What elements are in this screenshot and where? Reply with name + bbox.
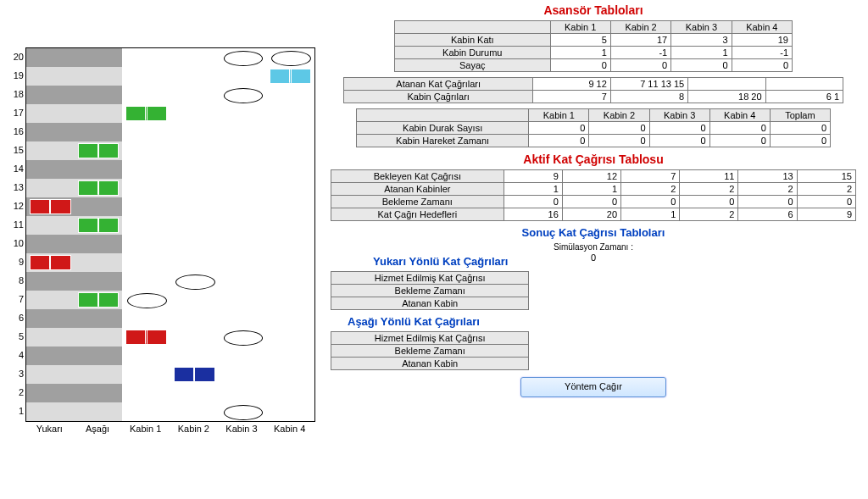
t2-cell-1-0: 7 — [533, 91, 610, 103]
t4-cell-0-3: 11 — [680, 170, 738, 183]
y-tick-13: 13 — [14, 182, 24, 192]
t2-rowlbl-0: Atanan Kat Çağrıları — [344, 78, 533, 91]
x-tick-5: Kabin 4 — [274, 424, 305, 434]
t2-cell-1-2: 18 20 — [688, 91, 765, 103]
t3-head-0 — [357, 109, 529, 122]
t1-cell-0-3: 19 — [732, 34, 792, 47]
t3-head-5: Toplam — [770, 109, 830, 122]
y-tick-5: 5 — [19, 331, 24, 341]
y-tick-6: 6 — [19, 313, 24, 323]
t4-cell-3-3: 2 — [680, 208, 738, 221]
t4-cell-3-2: 1 — [621, 208, 680, 221]
t4-cell-2-3: 0 — [680, 196, 738, 208]
elevator-grid-chart — [25, 47, 315, 422]
y-tick-18: 18 — [14, 89, 24, 99]
t4-cell-2-0: 0 — [504, 196, 562, 208]
t5-blank-2 — [529, 297, 856, 310]
t1-cell-0-1: 17 — [610, 34, 670, 47]
t5-rowlbl-0: Hizmet Edilmiş Kat Çağrısı — [331, 272, 529, 285]
t2-cell-0-1: 7 11 13 15 — [610, 78, 687, 91]
t2-cell-0-3 — [765, 78, 843, 91]
t4-rowlbl-1: Atanan Kabinler — [331, 183, 504, 196]
t6-rowlbl-1: Bekleme Zamanı — [331, 345, 529, 358]
t6-rowlbl-0: Hizmet Edilmiş Kat Çağrısı — [331, 332, 529, 345]
y-tick-17: 17 — [14, 108, 24, 118]
y-tick-20: 20 — [14, 52, 24, 62]
y-tick-2: 2 — [19, 387, 24, 397]
t1-cell-0-2: 3 — [671, 34, 732, 47]
t4-cell-1-1: 1 — [562, 183, 620, 196]
envelope-Aşağı-f11 — [78, 218, 120, 233]
x-tick-2: Kabin 1 — [130, 424, 161, 434]
t1-cell-0-0: 5 — [550, 34, 610, 47]
y-tick-3: 3 — [19, 369, 24, 379]
t3-cell-1-2: 0 — [649, 135, 709, 147]
t1-rowlbl-0: Kabin Katı — [395, 34, 551, 47]
y-axis-labels: 2019181716151413121110987654321 — [5, 47, 24, 420]
kabin-table: Kabin 1Kabin 2Kabin 3Kabin 4Kabin Katı51… — [394, 20, 793, 72]
t4-cell-0-0: 9 — [504, 170, 562, 183]
t5-blank-0 — [529, 272, 856, 285]
envelope-Yukarı-f12 — [30, 199, 71, 214]
sonuc-title: Sonuç Kat Çağrısı Tabloları — [322, 226, 865, 239]
yontem-cagir-button[interactable]: Yöntem Çağır — [520, 377, 666, 397]
t4-cell-0-4: 13 — [738, 170, 797, 183]
t3-rowlbl-0: Kabin Durak Sayısı — [357, 122, 529, 135]
marker-Kabin 4-f20 — [271, 51, 311, 66]
t1-head-1: Kabin 1 — [550, 21, 610, 34]
t3-cell-1-1: 0 — [589, 135, 649, 147]
t1-head-0 — [395, 21, 551, 34]
t2-cell-1-1: 8 — [610, 91, 687, 103]
t2-rowlbl-1: Kabin Çağrıları — [344, 91, 533, 103]
t3-head-2: Kabin 2 — [589, 109, 649, 122]
envelope-Kabin 4-f19 — [270, 69, 311, 84]
t6-blank-0 — [529, 332, 856, 345]
t4-cell-1-5: 2 — [797, 183, 855, 196]
t4-cell-1-4: 2 — [738, 183, 797, 196]
t1-rowlbl-1: Kabin Durumu — [395, 47, 551, 59]
t4-cell-2-4: 0 — [738, 196, 797, 208]
t4-cell-1-2: 2 — [621, 183, 680, 196]
t5-rowlbl-1: Bekleme Zamanı — [331, 285, 529, 297]
marker-Kabin 3-f1 — [224, 405, 264, 420]
t1-cell-1-1: -1 — [610, 47, 670, 59]
x-tick-0: Yukarı — [36, 424, 63, 434]
t3-cell-0-2: 0 — [649, 122, 709, 135]
sim-label: Simülasyon Zamanı : — [322, 242, 865, 252]
t1-head-3: Kabin 3 — [671, 21, 732, 34]
yukari-table: Hizmet Edilmiş Kat ÇağrısıBekleme Zamanı… — [331, 271, 856, 310]
t3-head-3: Kabin 3 — [649, 109, 709, 122]
t2-cell-0-2 — [688, 78, 765, 91]
t4-cell-2-2: 0 — [621, 196, 680, 208]
asansor-tablolari-title: Asansör Tabloları — [322, 3, 865, 17]
t3-cell-0-3: 0 — [709, 122, 770, 135]
envelope-Aşağı-f13 — [78, 180, 120, 196]
t3-cell-0-4: 0 — [770, 122, 830, 135]
t4-cell-0-2: 7 — [621, 170, 680, 183]
t4-cell-3-4: 6 — [738, 208, 797, 221]
envelope-Kabin 2-f3 — [174, 367, 215, 382]
t2-cell-0-0: 9 12 — [533, 78, 610, 91]
aktif-table: Bekleyen Kat Çağrısı9127111315Atanan Kab… — [331, 169, 856, 221]
t3-cell-1-3: 0 — [709, 135, 770, 147]
t4-cell-3-0: 16 — [504, 208, 562, 221]
t4-cell-1-0: 1 — [504, 183, 562, 196]
y-tick-11: 11 — [14, 219, 24, 230]
x-axis-labels: YukarıAşağıKabin 1Kabin 2Kabin 3Kabin 4 — [25, 424, 314, 437]
t1-cell-1-0: 1 — [550, 47, 610, 59]
envelope-Yukarı-f9 — [30, 255, 71, 270]
t1-head-2: Kabin 2 — [610, 21, 670, 34]
t4-rowlbl-0: Bekleyen Kat Çağrısı — [331, 170, 504, 183]
envelope-Kabin 1-f17 — [125, 106, 167, 121]
y-tick-1: 1 — [19, 406, 24, 416]
durak-table: Kabin 1Kabin 2Kabin 3Kabin 4ToplamKabin … — [356, 108, 831, 147]
marker-Kabin 2-f8 — [175, 274, 215, 290]
t2-cell-1-3: 6 1 — [765, 91, 843, 103]
t1-cell-2-1: 0 — [610, 59, 670, 72]
envelope-Aşağı-f15 — [78, 143, 120, 158]
t4-rowlbl-2: Bekleme Zamanı — [331, 196, 504, 208]
t4-cell-3-1: 20 — [562, 208, 620, 221]
t1-cell-2-3: 0 — [732, 59, 792, 72]
y-tick-10: 10 — [14, 238, 24, 248]
aktif-title: Aktif Kat Çağrısı Tablosu — [322, 152, 865, 166]
